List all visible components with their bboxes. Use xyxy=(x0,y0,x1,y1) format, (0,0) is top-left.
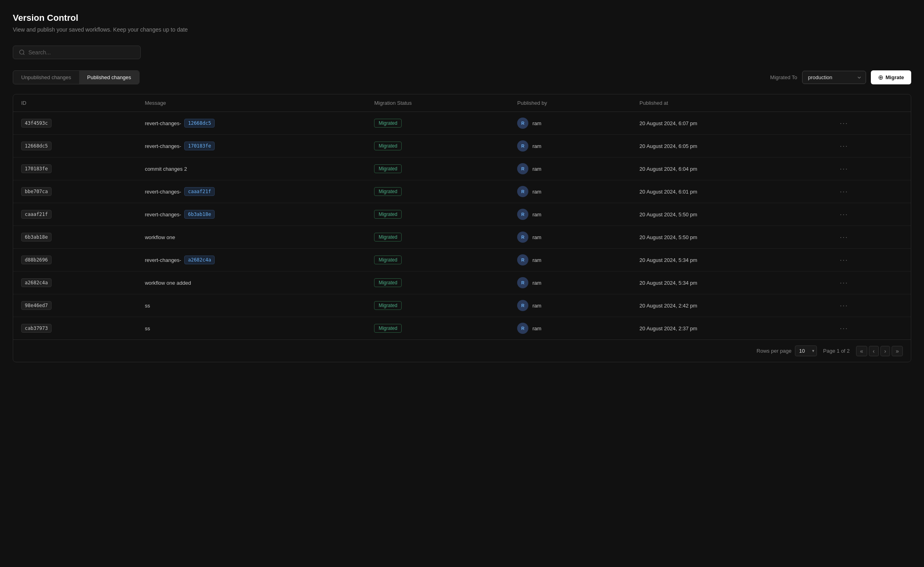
rows-per-page-select[interactable]: 10 20 50 xyxy=(795,345,817,356)
table-row: a2682c4aworkflow one addedMigratedRram20… xyxy=(13,272,911,294)
cell-author: Rram xyxy=(509,180,631,203)
status-badge: Migrated xyxy=(374,164,402,173)
cell-message: workflow one xyxy=(137,226,366,249)
avatar: R xyxy=(517,140,528,152)
more-options-button[interactable]: ··· xyxy=(836,300,851,311)
avatar: R xyxy=(517,232,528,243)
id-badge: 98e46ed7 xyxy=(21,301,52,310)
cell-status: Migrated xyxy=(366,135,509,158)
search-input[interactable] xyxy=(28,49,135,56)
cell-author: Rram xyxy=(509,294,631,317)
status-badge: Migrated xyxy=(374,142,402,150)
migrate-section: Migrated To production staging developme… xyxy=(770,70,911,84)
pagination-row: Rows per page 10 20 50 ▾ Page 1 of 2 « ‹… xyxy=(13,339,911,362)
author-name: ram xyxy=(532,189,541,195)
cell-status: Migrated xyxy=(366,112,509,135)
col-status: Migration Status xyxy=(366,94,509,112)
next-page-button[interactable]: › xyxy=(880,346,890,356)
status-badge: Migrated xyxy=(374,233,402,242)
author-name: ram xyxy=(532,166,541,172)
cell-actions: ··· xyxy=(828,158,911,180)
cell-author: Rram xyxy=(509,112,631,135)
search-section xyxy=(13,46,911,59)
more-options-button[interactable]: ··· xyxy=(836,118,851,128)
migrated-to-label: Migrated To xyxy=(770,74,797,80)
cell-status: Migrated xyxy=(366,158,509,180)
last-page-button[interactable]: » xyxy=(892,346,903,356)
message-text: revert-changes- xyxy=(145,143,181,149)
commit-link[interactable]: a2682c4a xyxy=(184,256,215,264)
env-select[interactable]: production staging development xyxy=(802,71,866,84)
cell-status: Migrated xyxy=(366,203,509,226)
rows-select-wrapper: 10 20 50 ▾ xyxy=(795,345,817,356)
cell-message: revert-changes-170183fe xyxy=(137,135,366,158)
avatar: R xyxy=(517,300,528,311)
avatar: R xyxy=(517,254,528,266)
commit-link[interactable]: caaaf21f xyxy=(184,187,215,196)
message-text: revert-changes- xyxy=(145,120,181,126)
first-page-button[interactable]: « xyxy=(856,346,867,356)
cell-actions: ··· xyxy=(828,272,911,294)
id-badge: cab37973 xyxy=(21,324,52,333)
cell-author: Rram xyxy=(509,226,631,249)
col-published-at: Published at xyxy=(631,94,828,112)
more-options-button[interactable]: ··· xyxy=(836,141,851,151)
cell-id: caaaf21f xyxy=(13,203,137,226)
table-row: 98e46ed7ssMigratedRram20 August 2024, 2:… xyxy=(13,294,911,317)
cell-actions: ··· xyxy=(828,317,911,340)
cell-status: Migrated xyxy=(366,294,509,317)
id-badge: bbe707ca xyxy=(21,187,52,196)
cell-message: ss xyxy=(137,294,366,317)
cell-status: Migrated xyxy=(366,226,509,249)
more-options-button[interactable]: ··· xyxy=(836,278,851,288)
toolbar: Unpublished changes Published changes Mi… xyxy=(13,70,911,84)
cell-actions: ··· xyxy=(828,203,911,226)
tab-published[interactable]: Published changes xyxy=(79,71,139,84)
plus-icon: ⊕ xyxy=(878,74,883,81)
more-options-button[interactable]: ··· xyxy=(836,232,851,242)
col-id: ID xyxy=(13,94,137,112)
more-options-button[interactable]: ··· xyxy=(836,323,851,333)
commit-link[interactable]: 170183fe xyxy=(184,142,215,150)
cell-author: Rram xyxy=(509,249,631,272)
table-row: bbe707carevert-changes-caaaf21fMigratedR… xyxy=(13,180,911,203)
id-badge: a2682c4a xyxy=(21,278,52,287)
cell-id: cab37973 xyxy=(13,317,137,340)
cell-message: commit changes 2 xyxy=(137,158,366,180)
prev-page-button[interactable]: ‹ xyxy=(869,346,879,356)
cell-author: Rram xyxy=(509,203,631,226)
author-name: ram xyxy=(532,212,541,218)
table-row: cab37973ssMigratedRram20 August 2024, 2:… xyxy=(13,317,911,340)
avatar: R xyxy=(517,118,528,129)
search-icon xyxy=(19,49,25,56)
more-options-button[interactable]: ··· xyxy=(836,209,851,220)
search-container xyxy=(13,46,141,59)
commit-link[interactable]: 12668dc5 xyxy=(184,119,215,128)
id-badge: 6b3ab18e xyxy=(21,233,52,242)
cell-published-at: 20 August 2024, 2:42 pm xyxy=(631,294,828,317)
avatar: R xyxy=(517,186,528,197)
cell-id: 98e46ed7 xyxy=(13,294,137,317)
message-text: revert-changes- xyxy=(145,189,181,195)
cell-published-at: 20 August 2024, 6:07 pm xyxy=(631,112,828,135)
more-options-button[interactable]: ··· xyxy=(836,255,851,265)
cell-actions: ··· xyxy=(828,112,911,135)
commit-link[interactable]: 6b3ab18e xyxy=(184,210,215,219)
col-published-by: Published by xyxy=(509,94,631,112)
table-header-row: ID Message Migration Status Published by… xyxy=(13,94,911,112)
message-text: ss xyxy=(145,325,150,331)
cell-published-at: 20 August 2024, 5:50 pm xyxy=(631,203,828,226)
table-row: 170183fecommit changes 2MigratedRram20 A… xyxy=(13,158,911,180)
more-options-button[interactable]: ··· xyxy=(836,164,851,174)
avatar: R xyxy=(517,163,528,174)
cell-id: 170183fe xyxy=(13,158,137,180)
status-badge: Migrated xyxy=(374,187,402,196)
cell-published-at: 20 August 2024, 5:50 pm xyxy=(631,226,828,249)
tab-unpublished[interactable]: Unpublished changes xyxy=(13,71,79,84)
cell-published-at: 20 August 2024, 5:34 pm xyxy=(631,249,828,272)
message-text: revert-changes- xyxy=(145,257,181,263)
id-badge: caaaf21f xyxy=(21,210,52,219)
migrate-button[interactable]: ⊕ Migrate xyxy=(871,70,911,84)
status-badge: Migrated xyxy=(374,119,402,128)
more-options-button[interactable]: ··· xyxy=(836,186,851,197)
